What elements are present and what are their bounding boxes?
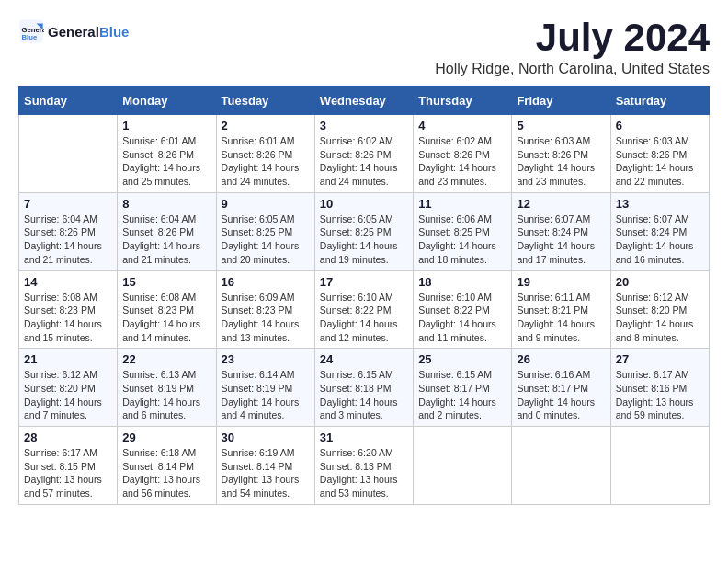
header-friday: Friday bbox=[512, 87, 610, 115]
month-title: July 2024 bbox=[435, 18, 710, 57]
day-info: Sunrise: 6:06 AM Sunset: 8:25 PM Dayligh… bbox=[418, 213, 506, 267]
day-number: 17 bbox=[320, 275, 408, 289]
day-info: Sunrise: 6:17 AM Sunset: 8:15 PM Dayligh… bbox=[24, 446, 112, 500]
day-info: Sunrise: 6:08 AM Sunset: 8:23 PM Dayligh… bbox=[24, 291, 112, 345]
day-info: Sunrise: 6:12 AM Sunset: 8:20 PM Dayligh… bbox=[616, 291, 704, 345]
header-thursday: Thursday bbox=[414, 87, 512, 115]
day-info: Sunrise: 6:05 AM Sunset: 8:25 PM Dayligh… bbox=[222, 213, 310, 267]
day-info: Sunrise: 6:02 AM Sunset: 8:26 PM Dayligh… bbox=[320, 134, 408, 189]
calendar-cell: 4Sunrise: 6:02 AM Sunset: 8:26 PM Daylig… bbox=[414, 115, 512, 193]
header-saturday: Saturday bbox=[610, 87, 709, 115]
day-number: 4 bbox=[418, 119, 506, 132]
calendar-cell: 16Sunrise: 6:09 AM Sunset: 8:23 PM Dayli… bbox=[216, 270, 314, 349]
day-info: Sunrise: 6:11 AM Sunset: 8:21 PM Dayligh… bbox=[517, 291, 605, 345]
calendar-cell: 22Sunrise: 6:13 AM Sunset: 8:19 PM Dayli… bbox=[118, 349, 216, 427]
day-info: Sunrise: 6:10 AM Sunset: 8:22 PM Dayligh… bbox=[320, 291, 408, 345]
calendar-cell: 30Sunrise: 6:19 AM Sunset: 8:14 PM Dayli… bbox=[216, 427, 314, 505]
page-header: General Blue GeneralBlue July 2024 Holly… bbox=[18, 18, 710, 77]
calendar-cell: 23Sunrise: 6:14 AM Sunset: 8:19 PM Dayli… bbox=[216, 349, 314, 427]
day-info: Sunrise: 6:07 AM Sunset: 8:24 PM Dayligh… bbox=[517, 213, 605, 267]
day-info: Sunrise: 6:13 AM Sunset: 8:19 PM Dayligh… bbox=[122, 368, 210, 422]
logo: General Blue GeneralBlue bbox=[18, 18, 129, 44]
day-number: 10 bbox=[320, 197, 408, 211]
day-info: Sunrise: 6:14 AM Sunset: 8:19 PM Dayligh… bbox=[222, 368, 310, 422]
calendar-week-3: 14Sunrise: 6:08 AM Sunset: 8:23 PM Dayli… bbox=[19, 270, 710, 349]
day-info: Sunrise: 6:17 AM Sunset: 8:16 PM Dayligh… bbox=[616, 368, 704, 422]
day-info: Sunrise: 6:15 AM Sunset: 8:17 PM Dayligh… bbox=[418, 368, 506, 422]
day-number: 5 bbox=[517, 119, 605, 132]
header-monday: Monday bbox=[118, 87, 216, 115]
calendar-cell bbox=[610, 427, 709, 505]
svg-text:Blue: Blue bbox=[22, 33, 38, 41]
day-info: Sunrise: 6:15 AM Sunset: 8:18 PM Dayligh… bbox=[320, 368, 408, 422]
calendar-cell bbox=[414, 427, 512, 505]
calendar-cell: 29Sunrise: 6:18 AM Sunset: 8:14 PM Dayli… bbox=[118, 427, 216, 505]
day-info: Sunrise: 6:20 AM Sunset: 8:13 PM Dayligh… bbox=[320, 446, 408, 500]
day-info: Sunrise: 6:03 AM Sunset: 8:26 PM Dayligh… bbox=[616, 134, 704, 189]
day-number: 30 bbox=[222, 431, 310, 444]
calendar-cell: 6Sunrise: 6:03 AM Sunset: 8:26 PM Daylig… bbox=[610, 115, 709, 193]
day-number: 11 bbox=[418, 197, 506, 211]
day-number: 16 bbox=[222, 275, 310, 289]
calendar-cell: 5Sunrise: 6:03 AM Sunset: 8:26 PM Daylig… bbox=[512, 115, 610, 193]
day-info: Sunrise: 6:02 AM Sunset: 8:26 PM Dayligh… bbox=[418, 134, 506, 189]
day-number: 22 bbox=[122, 352, 210, 366]
day-number: 13 bbox=[616, 197, 704, 211]
calendar-cell: 1Sunrise: 6:01 AM Sunset: 8:26 PM Daylig… bbox=[118, 115, 216, 193]
title-area: July 2024 Holly Ridge, North Carolina, U… bbox=[435, 18, 710, 77]
header-tuesday: Tuesday bbox=[216, 87, 314, 115]
day-info: Sunrise: 6:07 AM Sunset: 8:24 PM Dayligh… bbox=[616, 213, 704, 267]
calendar-cell: 8Sunrise: 6:04 AM Sunset: 8:26 PM Daylig… bbox=[118, 192, 216, 270]
day-info: Sunrise: 6:18 AM Sunset: 8:14 PM Dayligh… bbox=[122, 446, 210, 500]
calendar-week-4: 21Sunrise: 6:12 AM Sunset: 8:20 PM Dayli… bbox=[19, 349, 710, 427]
day-info: Sunrise: 6:16 AM Sunset: 8:17 PM Dayligh… bbox=[517, 368, 605, 422]
day-number: 8 bbox=[122, 197, 210, 211]
day-number: 23 bbox=[222, 352, 310, 366]
calendar-table: Sunday Monday Tuesday Wednesday Thursday… bbox=[18, 86, 710, 505]
day-info: Sunrise: 6:12 AM Sunset: 8:20 PM Dayligh… bbox=[24, 368, 112, 422]
calendar-week-1: 1Sunrise: 6:01 AM Sunset: 8:26 PM Daylig… bbox=[19, 115, 710, 193]
day-number: 12 bbox=[517, 197, 605, 211]
day-info: Sunrise: 6:19 AM Sunset: 8:14 PM Dayligh… bbox=[222, 446, 310, 500]
logo-icon: General Blue bbox=[18, 18, 44, 44]
calendar-header-row: Sunday Monday Tuesday Wednesday Thursday… bbox=[19, 87, 710, 115]
day-number: 7 bbox=[24, 197, 112, 211]
calendar-week-5: 28Sunrise: 6:17 AM Sunset: 8:15 PM Dayli… bbox=[19, 427, 710, 505]
day-info: Sunrise: 6:10 AM Sunset: 8:22 PM Dayligh… bbox=[418, 291, 506, 345]
calendar-cell: 19Sunrise: 6:11 AM Sunset: 8:21 PM Dayli… bbox=[512, 270, 610, 349]
day-number: 29 bbox=[122, 431, 210, 444]
calendar-cell: 3Sunrise: 6:02 AM Sunset: 8:26 PM Daylig… bbox=[314, 115, 413, 193]
calendar-cell: 9Sunrise: 6:05 AM Sunset: 8:25 PM Daylig… bbox=[216, 192, 314, 270]
day-info: Sunrise: 6:09 AM Sunset: 8:23 PM Dayligh… bbox=[222, 291, 310, 345]
calendar-cell: 12Sunrise: 6:07 AM Sunset: 8:24 PM Dayli… bbox=[512, 192, 610, 270]
day-info: Sunrise: 6:04 AM Sunset: 8:26 PM Dayligh… bbox=[24, 213, 112, 267]
calendar-cell: 18Sunrise: 6:10 AM Sunset: 8:22 PM Dayli… bbox=[414, 270, 512, 349]
calendar-cell: 25Sunrise: 6:15 AM Sunset: 8:17 PM Dayli… bbox=[414, 349, 512, 427]
day-number: 2 bbox=[222, 119, 310, 132]
calendar-cell: 28Sunrise: 6:17 AM Sunset: 8:15 PM Dayli… bbox=[19, 427, 118, 505]
calendar-cell: 7Sunrise: 6:04 AM Sunset: 8:26 PM Daylig… bbox=[19, 192, 118, 270]
day-info: Sunrise: 6:01 AM Sunset: 8:26 PM Dayligh… bbox=[122, 134, 210, 189]
location-title: Holly Ridge, North Carolina, United Stat… bbox=[435, 61, 710, 77]
day-number: 24 bbox=[320, 352, 408, 366]
calendar-cell: 31Sunrise: 6:20 AM Sunset: 8:13 PM Dayli… bbox=[314, 427, 413, 505]
calendar-cell: 14Sunrise: 6:08 AM Sunset: 8:23 PM Dayli… bbox=[19, 270, 118, 349]
day-number: 3 bbox=[320, 119, 408, 132]
calendar-cell: 11Sunrise: 6:06 AM Sunset: 8:25 PM Dayli… bbox=[414, 192, 512, 270]
calendar-cell: 26Sunrise: 6:16 AM Sunset: 8:17 PM Dayli… bbox=[512, 349, 610, 427]
day-number: 6 bbox=[616, 119, 704, 132]
day-number: 14 bbox=[24, 275, 112, 289]
day-info: Sunrise: 6:03 AM Sunset: 8:26 PM Dayligh… bbox=[517, 134, 605, 189]
calendar-cell: 27Sunrise: 6:17 AM Sunset: 8:16 PM Dayli… bbox=[610, 349, 709, 427]
day-number: 18 bbox=[418, 275, 506, 289]
day-number: 1 bbox=[122, 119, 210, 132]
calendar-cell: 10Sunrise: 6:05 AM Sunset: 8:25 PM Dayli… bbox=[314, 192, 413, 270]
day-number: 9 bbox=[222, 197, 310, 211]
day-number: 28 bbox=[24, 431, 112, 444]
calendar-cell: 20Sunrise: 6:12 AM Sunset: 8:20 PM Dayli… bbox=[610, 270, 709, 349]
calendar-cell: 2Sunrise: 6:01 AM Sunset: 8:26 PM Daylig… bbox=[216, 115, 314, 193]
calendar-cell: 17Sunrise: 6:10 AM Sunset: 8:22 PM Dayli… bbox=[314, 270, 413, 349]
day-number: 31 bbox=[320, 431, 408, 444]
calendar-cell: 21Sunrise: 6:12 AM Sunset: 8:20 PM Dayli… bbox=[19, 349, 118, 427]
calendar-cell: 15Sunrise: 6:08 AM Sunset: 8:23 PM Dayli… bbox=[118, 270, 216, 349]
